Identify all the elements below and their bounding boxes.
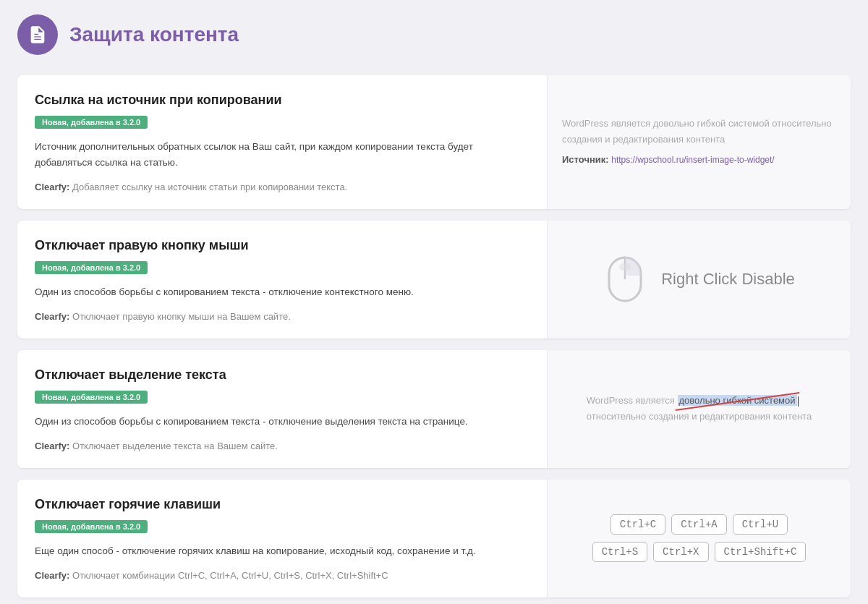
page-icon xyxy=(17,14,58,55)
clearfy-note-copy-link: Clearfy: Добавляет ссылку на источник ст… xyxy=(35,180,529,195)
badge-new-text-select: Новая, добавлена в 3.2.0 xyxy=(35,391,148,404)
clearfy-note-text-select: Clearfy: Отключает выделение текста на В… xyxy=(35,439,529,454)
feature-heading-hotkeys: Отключает горячие клавиши xyxy=(35,497,529,512)
hotkey-ctrl-a: Ctrl+A xyxy=(671,514,726,535)
right-click-label: Right Click Disable xyxy=(661,270,795,289)
feature-heading-text-select: Отключает выделение текста xyxy=(35,367,529,383)
document-icon xyxy=(27,25,48,45)
badge-new-right-click: Новая, добавлена в 3.2.0 xyxy=(35,261,148,274)
text-selection-preview-content: WordPress является довольно гибкой систе… xyxy=(587,393,812,425)
feature-preview-hotkeys: Ctrl+C Ctrl+A Ctrl+U Ctrl+S Ctrl+X Ctrl+… xyxy=(547,480,851,597)
source-link: Источник: https://wpschool.ru/insert-ima… xyxy=(562,152,836,168)
feature-row-text-select: Отключает выделение текста Новая, добавл… xyxy=(17,350,851,468)
feature-content-hotkeys: Отключает горячие клавиши Новая, добавле… xyxy=(17,480,547,597)
feature-heading-right-click: Отключает правую кнопку мыши xyxy=(35,238,529,253)
hotkey-row-1: Ctrl+C Ctrl+A Ctrl+U xyxy=(610,514,788,535)
badge-new-hotkeys: Новая, добавлена в 3.2.0 xyxy=(35,520,148,533)
hotkey-row-2: Ctrl+S Ctrl+X Ctrl+Shift+C xyxy=(592,542,807,562)
feature-content-right-click: Отключает правую кнопку мыши Новая, доба… xyxy=(17,221,547,339)
hotkey-ctrl-s: Ctrl+S xyxy=(592,542,647,562)
source-url-link[interactable]: https://wpschool.ru/insert-image-to-widg… xyxy=(611,155,774,165)
selected-text-wrapper: довольно гибкой системой xyxy=(678,395,797,406)
hotkey-ctrl-c: Ctrl+C xyxy=(610,514,665,535)
mouse-icon xyxy=(603,250,647,308)
hotkey-ctrl-u: Ctrl+U xyxy=(733,514,788,535)
feature-desc-hotkeys: Еще один способ - отключение горячих кла… xyxy=(35,543,529,559)
feature-preview-text-select: WordPress является довольно гибкой систе… xyxy=(547,350,851,468)
feature-preview-right-click: Right Click Disable xyxy=(547,221,851,339)
clearfy-note-hotkeys: Clearfy: Отключает комбинации Ctrl+C, Ct… xyxy=(35,569,529,583)
page-title: Защита контента xyxy=(69,23,239,46)
hotkey-ctrl-shift-c: Ctrl+Shift+C xyxy=(715,542,807,562)
feature-preview-copy-link: WordPress является довольно гибкой систе… xyxy=(547,75,851,209)
page-wrapper: Защита контента Ссылка на источник при к… xyxy=(0,0,868,604)
cursor-line xyxy=(798,396,799,407)
right-click-preview-content: Right Click Disable xyxy=(603,250,795,308)
feature-desc-right-click: Один из способов борьбы с копированием т… xyxy=(35,284,529,300)
feature-content-text-select: Отключает выделение текста Новая, добавл… xyxy=(17,350,547,468)
feature-row-copy-link: Ссылка на источник при копировании Новая… xyxy=(17,75,851,209)
page-header: Защита контента xyxy=(17,14,851,55)
feature-heading-copy-link: Ссылка на источник при копировании xyxy=(35,93,529,108)
feature-desc-text-select: Один из способов борьбы с копированием т… xyxy=(35,414,529,430)
hotkey-ctrl-x: Ctrl+X xyxy=(653,542,708,562)
feature-row-right-click: Отключает правую кнопку мыши Новая, доба… xyxy=(17,221,851,339)
clearfy-note-right-click: Clearfy: Отключает правую кнопку мыши на… xyxy=(35,310,529,324)
badge-new-copy-link: Новая, добавлена в 3.2.0 xyxy=(35,116,148,129)
hotkeys-preview-content: Ctrl+C Ctrl+A Ctrl+U Ctrl+S Ctrl+X Ctrl+… xyxy=(592,514,807,562)
feature-desc-copy-link: Источник дополнительных обратных ссылок … xyxy=(35,139,529,170)
preview-text-block-copy-link: WordPress является довольно гибкой систе… xyxy=(562,116,836,168)
feature-row-hotkeys: Отключает горячие клавиши Новая, добавле… xyxy=(17,480,851,597)
feature-content-copy-link: Ссылка на источник при копировании Новая… xyxy=(17,75,547,209)
